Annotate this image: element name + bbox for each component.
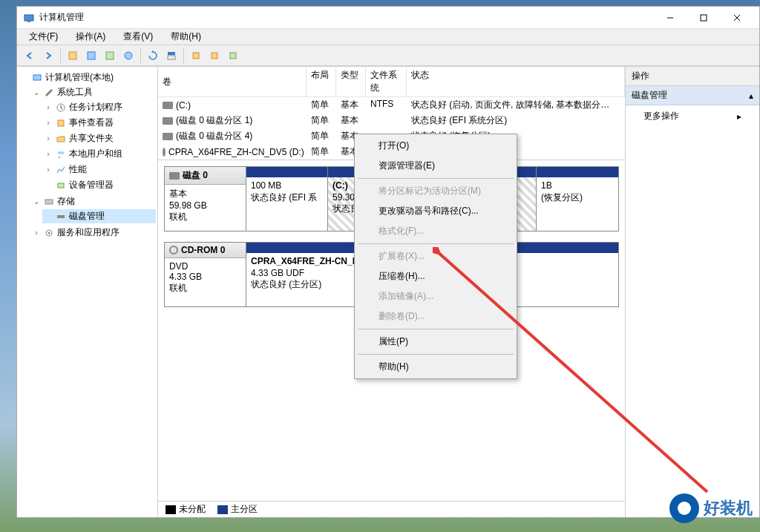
expand-icon[interactable]: › xyxy=(44,134,53,142)
collapse-icon[interactable]: ⌄ xyxy=(32,88,41,96)
watermark: 好装机 xyxy=(669,493,753,523)
show-hide-tree-button[interactable] xyxy=(65,47,81,64)
window-title: 计算机管理 xyxy=(39,11,653,24)
expand-icon[interactable]: › xyxy=(44,150,53,158)
expand-icon[interactable]: › xyxy=(44,165,53,174)
tree-disk-management[interactable]: 磁盘管理 xyxy=(42,209,156,223)
svg-point-24 xyxy=(48,231,50,234)
svg-rect-8 xyxy=(106,52,114,59)
svg-rect-3 xyxy=(701,15,707,21)
perf-icon xyxy=(55,164,67,176)
nav-tree: 计算机管理(本地) ⌄系统工具 ›任务计划程序 ›事件查看器 ›共享文件夹 ›本… xyxy=(17,67,158,517)
actions-more[interactable]: 更多操作▸ xyxy=(626,105,759,127)
services-icon xyxy=(43,227,55,239)
menu-help[interactable]: 帮助(H) xyxy=(166,29,206,45)
svg-rect-17 xyxy=(58,120,64,126)
col-layout[interactable]: 布局 xyxy=(307,67,336,96)
ctx-mark-active: 将分区标记为活动分区(M) xyxy=(356,181,515,201)
ctx-shrink[interactable]: 压缩卷(H)... xyxy=(356,266,515,286)
folder-icon xyxy=(55,133,67,145)
expand-icon[interactable]: › xyxy=(44,119,53,127)
clock-icon xyxy=(55,102,67,114)
refresh-button[interactable] xyxy=(145,47,161,64)
actions-section[interactable]: 磁盘管理▴ xyxy=(626,86,759,105)
cd-icon xyxy=(163,148,166,157)
tree-root[interactable]: 计算机管理(本地) xyxy=(19,70,156,85)
tree-task-scheduler[interactable]: ›任务计划程序 xyxy=(42,100,156,114)
legend-primary: 主分区 xyxy=(217,503,258,516)
app-icon xyxy=(23,12,35,24)
col-type[interactable]: 类型 xyxy=(336,67,366,96)
menubar: 文件(F) 操作(A) 查看(V) 帮助(H) xyxy=(17,29,759,45)
actions-button[interactable] xyxy=(206,47,223,64)
tree-performance[interactable]: ›性能 xyxy=(42,162,156,177)
tree-device-manager[interactable]: 设备管理器 xyxy=(42,178,156,192)
svg-rect-11 xyxy=(168,56,175,59)
col-status[interactable]: 状态 xyxy=(407,67,625,96)
volume-row[interactable]: (磁盘 0 磁盘分区 1) 简单 基本 状态良好 (EFI 系统分区) xyxy=(158,113,625,128)
ctx-add-mirror: 添加镜像(A)... xyxy=(356,286,515,306)
svg-rect-13 xyxy=(212,53,217,59)
svg-rect-20 xyxy=(58,183,64,188)
menu-file[interactable]: 文件(F) xyxy=(24,29,62,45)
actions-pane: 操作 磁盘管理▴ 更多操作▸ xyxy=(626,67,759,517)
partition-recovery[interactable]: 1B(恢复分区) xyxy=(537,167,618,231)
cd-icon xyxy=(169,246,178,254)
disk-icon xyxy=(169,172,180,180)
computer-icon xyxy=(31,72,43,84)
export-list-button[interactable] xyxy=(102,47,118,64)
svg-rect-21 xyxy=(45,200,53,204)
ctx-change-letter[interactable]: 更改驱动器号和路径(C)... xyxy=(356,201,515,221)
col-volume[interactable]: 卷 xyxy=(158,67,307,96)
disk-icon xyxy=(163,133,173,140)
context-menu: 打开(O) 资源管理器(E) 将分区标记为活动分区(M) 更改驱动器号和路径(C… xyxy=(354,134,517,379)
svg-rect-15 xyxy=(33,75,41,80)
svg-rect-10 xyxy=(168,52,175,55)
expand-icon[interactable]: › xyxy=(44,103,53,111)
tree-shared-folders[interactable]: ›共享文件夹 xyxy=(42,131,156,145)
ctx-explorer[interactable]: 资源管理器(E) xyxy=(356,156,515,176)
storage-icon xyxy=(43,196,55,208)
properties-button[interactable] xyxy=(83,47,99,64)
forward-button[interactable] xyxy=(40,47,56,64)
menu-view[interactable]: 查看(V) xyxy=(119,29,157,45)
view-top-button[interactable] xyxy=(163,47,180,64)
maximize-button[interactable] xyxy=(687,7,720,28)
actions-header: 操作 xyxy=(626,67,759,86)
expand-icon[interactable]: › xyxy=(32,229,41,237)
tree-system-tools[interactable]: ⌄系统工具 xyxy=(30,85,156,99)
partition-efi[interactable]: 100 MB状态良好 (EFI 系 xyxy=(246,167,328,231)
ctx-format: 格式化(F)... xyxy=(356,221,515,241)
menu-action[interactable]: 操作(A) xyxy=(71,29,110,45)
tree-storage[interactable]: ⌄存储 xyxy=(30,194,156,208)
minimize-button[interactable] xyxy=(653,7,687,28)
svg-rect-1 xyxy=(27,21,30,22)
col-fs[interactable]: 文件系统 xyxy=(366,67,407,96)
tree-services-apps[interactable]: ›服务和应用程序 xyxy=(30,226,156,240)
close-button[interactable] xyxy=(720,7,753,28)
svg-point-19 xyxy=(61,151,64,154)
svg-rect-6 xyxy=(69,52,76,59)
help-button[interactable] xyxy=(120,47,137,64)
event-icon xyxy=(55,117,67,129)
collapse-icon[interactable]: ⌄ xyxy=(32,197,41,206)
titlebar: 计算机管理 xyxy=(17,7,759,29)
more-button[interactable] xyxy=(225,47,241,64)
collapse-icon: ▴ xyxy=(749,91,753,101)
disk-icon xyxy=(163,117,173,125)
back-button[interactable] xyxy=(22,47,38,64)
tree-local-users[interactable]: ›本地用户和组 xyxy=(42,147,156,161)
volume-row[interactable]: (C:) 简单 基本 NTFS 状态良好 (启动, 页面文件, 故障转储, 基本… xyxy=(158,97,625,113)
tree-event-viewer[interactable]: ›事件查看器 xyxy=(42,116,156,130)
ctx-properties[interactable]: 属性(P) xyxy=(356,332,515,352)
ctx-help[interactable]: 帮助(H) xyxy=(356,357,515,377)
svg-rect-14 xyxy=(230,53,236,59)
settings-button[interactable] xyxy=(188,47,204,64)
legend-unallocated: 未分配 xyxy=(166,503,206,516)
ctx-extend: 扩展卷(X)... xyxy=(356,246,515,266)
users-icon xyxy=(55,148,67,160)
svg-point-18 xyxy=(58,151,61,154)
ctx-open[interactable]: 打开(O) xyxy=(356,136,515,156)
toolbar xyxy=(17,45,759,66)
svg-rect-7 xyxy=(88,52,95,59)
